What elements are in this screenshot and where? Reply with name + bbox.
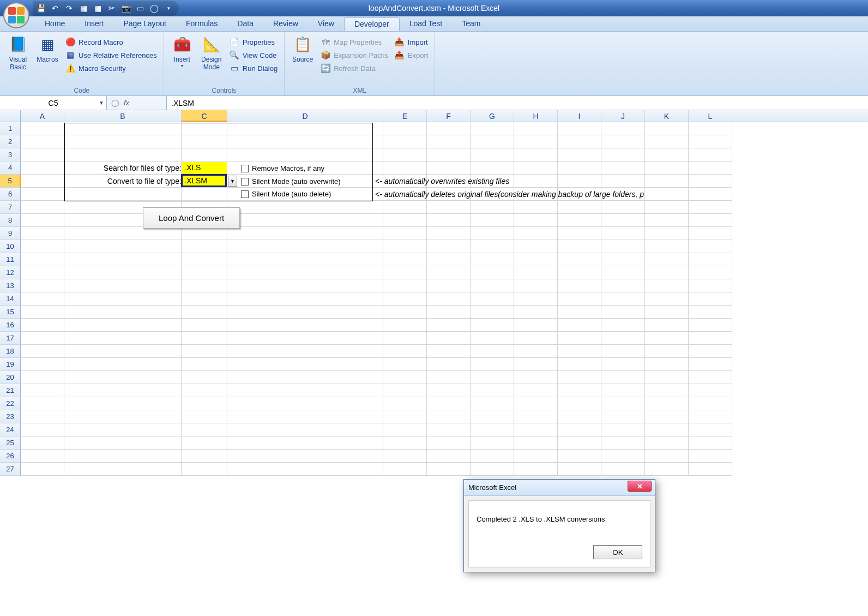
dialog-titlebar[interactable]: Microsoft Excel ✕ bbox=[464, 480, 655, 496]
cell-B25[interactable] bbox=[64, 436, 182, 450]
fx-icon[interactable]: fx bbox=[124, 99, 129, 107]
cell-I8[interactable] bbox=[558, 214, 601, 227]
cell-K12[interactable] bbox=[645, 266, 689, 279]
row-header-18[interactable]: 18 bbox=[0, 345, 21, 358]
cell-K3[interactable] bbox=[645, 148, 689, 162]
cell-C11[interactable] bbox=[182, 253, 227, 266]
cell-L4[interactable] bbox=[689, 162, 732, 175]
cell-I1[interactable] bbox=[558, 122, 601, 135]
cell-A2[interactable] bbox=[21, 135, 64, 148]
cell-B17[interactable] bbox=[64, 332, 182, 345]
checkbox-remove-macros[interactable]: Remove Macros, if any bbox=[241, 164, 324, 172]
row-header-7[interactable]: 7 bbox=[0, 201, 21, 214]
cell-A3[interactable] bbox=[21, 148, 64, 162]
cell-E11[interactable] bbox=[383, 253, 427, 266]
cell-F1[interactable] bbox=[427, 122, 471, 135]
cell-K14[interactable] bbox=[645, 292, 689, 306]
cell-K17[interactable] bbox=[645, 332, 689, 345]
cell-L6[interactable] bbox=[689, 188, 732, 201]
cell-F14[interactable] bbox=[427, 292, 471, 306]
cell-K9[interactable] bbox=[645, 227, 689, 240]
cell-H5[interactable] bbox=[514, 175, 558, 188]
cell-B24[interactable] bbox=[64, 423, 182, 436]
cell-J19[interactable] bbox=[601, 358, 645, 371]
cell-A13[interactable] bbox=[21, 279, 64, 292]
cell-D19[interactable] bbox=[227, 358, 383, 371]
cell-L19[interactable] bbox=[689, 358, 732, 371]
row-header-8[interactable]: 8 bbox=[0, 214, 21, 227]
cell-D23[interactable] bbox=[227, 410, 383, 423]
cell-I27[interactable] bbox=[558, 463, 601, 476]
cell-J25[interactable] bbox=[601, 436, 645, 450]
cell-L3[interactable] bbox=[689, 148, 732, 162]
row-header-24[interactable]: 24 bbox=[0, 423, 21, 436]
cell-C14[interactable] bbox=[182, 292, 227, 306]
cell-I4[interactable] bbox=[558, 162, 601, 175]
cell-D20[interactable] bbox=[227, 371, 383, 384]
cell-A8[interactable] bbox=[21, 214, 64, 227]
qat-more-icon[interactable]: ▾ bbox=[164, 3, 173, 13]
cell-A4[interactable] bbox=[21, 162, 64, 175]
cell-J3[interactable] bbox=[601, 148, 645, 162]
cell-G18[interactable] bbox=[471, 345, 514, 358]
cell-A9[interactable] bbox=[21, 227, 64, 240]
col-header-B[interactable]: B bbox=[64, 110, 182, 122]
col-header-L[interactable]: L bbox=[689, 110, 732, 122]
cell-I15[interactable] bbox=[558, 306, 601, 319]
cell-J27[interactable] bbox=[601, 463, 645, 476]
cell-D17[interactable] bbox=[227, 332, 383, 345]
cell-I5[interactable] bbox=[558, 175, 601, 188]
cell-F27[interactable] bbox=[427, 463, 471, 476]
cell-C15[interactable] bbox=[182, 306, 227, 319]
cell-J21[interactable] bbox=[601, 384, 645, 397]
cell-K2[interactable] bbox=[645, 135, 689, 148]
cell-J2[interactable] bbox=[601, 135, 645, 148]
cell-H22[interactable] bbox=[514, 397, 558, 410]
cell-H8[interactable] bbox=[514, 214, 558, 227]
cell-A21[interactable] bbox=[21, 384, 64, 397]
cell-I26[interactable] bbox=[558, 450, 601, 463]
cell-J23[interactable] bbox=[601, 410, 645, 423]
cell-L14[interactable] bbox=[689, 292, 732, 306]
row-header-10[interactable]: 10 bbox=[0, 240, 21, 253]
cell-G24[interactable] bbox=[471, 423, 514, 436]
cell-F26[interactable] bbox=[427, 450, 471, 463]
cell-B6[interactable] bbox=[64, 188, 182, 201]
record-macro-button[interactable]: 🔴 Record Macro bbox=[63, 36, 159, 48]
cell-I22[interactable] bbox=[558, 397, 601, 410]
cell-J18[interactable] bbox=[601, 345, 645, 358]
cell-K25[interactable] bbox=[645, 436, 689, 450]
row-header-16[interactable]: 16 bbox=[0, 319, 21, 332]
col-header-H[interactable]: H bbox=[514, 110, 558, 122]
use-relative-button[interactable]: ▦ Use Relative References bbox=[63, 49, 159, 61]
insert-control-button[interactable]: 🧰 Insert ▾ bbox=[168, 34, 196, 86]
cell-A1[interactable] bbox=[21, 122, 64, 135]
cell-H1[interactable] bbox=[514, 122, 558, 135]
search-type-value[interactable]: .XLS bbox=[182, 162, 227, 174]
cell-H18[interactable] bbox=[514, 345, 558, 358]
cell-A5[interactable] bbox=[21, 175, 64, 188]
cell-J4[interactable] bbox=[601, 162, 645, 175]
cell-K18[interactable] bbox=[645, 345, 689, 358]
cell-I20[interactable] bbox=[558, 371, 601, 384]
cell-C22[interactable] bbox=[182, 397, 227, 410]
cell-L23[interactable] bbox=[689, 410, 732, 423]
cell-D9[interactable] bbox=[227, 227, 383, 240]
cell-H20[interactable] bbox=[514, 371, 558, 384]
col-header-E[interactable]: E bbox=[383, 110, 427, 122]
cell-B20[interactable] bbox=[64, 371, 182, 384]
cell-G15[interactable] bbox=[471, 306, 514, 319]
cell-A19[interactable] bbox=[21, 358, 64, 371]
cell-A18[interactable] bbox=[21, 345, 64, 358]
cell-C10[interactable] bbox=[182, 240, 227, 253]
cell-H16[interactable] bbox=[514, 319, 558, 332]
cell-G26[interactable] bbox=[471, 450, 514, 463]
new-doc-icon[interactable]: ▭ bbox=[135, 3, 145, 13]
cell-F7[interactable] bbox=[427, 201, 471, 214]
cell-J7[interactable] bbox=[601, 201, 645, 214]
design-mode-button[interactable]: 📐 Design Mode bbox=[198, 34, 225, 86]
cell-I21[interactable] bbox=[558, 384, 601, 397]
cell-I19[interactable] bbox=[558, 358, 601, 371]
cell-J22[interactable] bbox=[601, 397, 645, 410]
cell-H26[interactable] bbox=[514, 450, 558, 463]
